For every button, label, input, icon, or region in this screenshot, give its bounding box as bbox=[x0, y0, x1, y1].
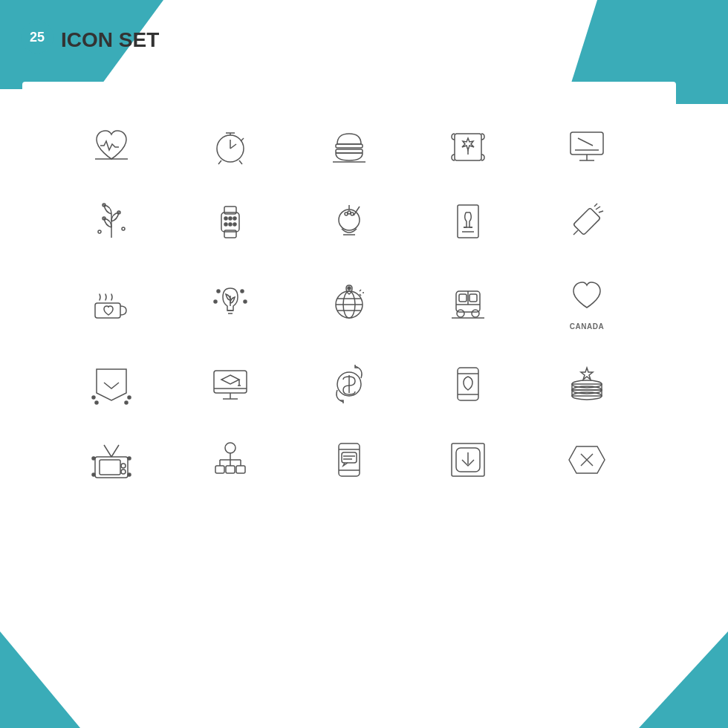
icon-cell-retro-tv bbox=[52, 426, 171, 494]
icon-cell-train bbox=[409, 263, 527, 342]
icon-grid-card: CANADA bbox=[22, 82, 676, 516]
mobile-chat-icon bbox=[327, 438, 371, 482]
icon-cell-flashlight bbox=[527, 187, 646, 256]
svg-rect-116 bbox=[226, 466, 235, 473]
svg-point-57 bbox=[244, 300, 247, 303]
svg-rect-41 bbox=[458, 205, 478, 238]
icon-cell-globe-location bbox=[290, 263, 409, 342]
svg-rect-117 bbox=[236, 466, 245, 473]
love-canada-icon bbox=[565, 275, 609, 319]
svg-rect-115 bbox=[215, 466, 224, 473]
svg-rect-25 bbox=[221, 212, 239, 232]
page-title: ICON SET bbox=[61, 28, 159, 52]
svg-point-39 bbox=[351, 212, 354, 215]
svg-line-64 bbox=[360, 290, 361, 291]
stack-star-icon bbox=[565, 362, 609, 406]
svg-point-80 bbox=[128, 396, 131, 399]
svg-line-3 bbox=[230, 144, 236, 149]
icon-cell-dollar-cycle bbox=[290, 350, 409, 418]
icon-cell-plant-branch bbox=[52, 187, 171, 256]
svg-line-101 bbox=[104, 445, 111, 457]
badge-chevron-icon bbox=[89, 362, 134, 406]
wine-menu-icon bbox=[446, 199, 490, 244]
svg-point-71 bbox=[472, 310, 479, 317]
icon-cell-monitor bbox=[527, 111, 646, 180]
icon-cell-coffee-love bbox=[52, 263, 171, 342]
svg-point-107 bbox=[92, 473, 95, 476]
svg-point-109 bbox=[225, 443, 235, 453]
icon-cell-org-chart bbox=[171, 426, 290, 494]
svg-rect-81 bbox=[214, 371, 247, 393]
icon-cell-download-frame bbox=[409, 426, 527, 494]
svg-line-7 bbox=[218, 160, 221, 164]
icon-cell-mobile-shield bbox=[409, 350, 527, 418]
coffee-love-icon bbox=[89, 281, 134, 325]
svg-point-24 bbox=[122, 227, 125, 230]
delete-x-icon bbox=[565, 438, 609, 482]
canada-label: CANADA bbox=[570, 322, 604, 331]
icon-cell-elearning-monitor bbox=[171, 350, 290, 418]
icon-cell-coconut-drink bbox=[290, 187, 409, 256]
flashlight-icon bbox=[565, 199, 609, 244]
svg-rect-9 bbox=[336, 144, 363, 148]
icon-cell-maple-scroll bbox=[409, 111, 527, 180]
icon-grid: CANADA bbox=[52, 111, 646, 494]
smartwatch-icon bbox=[208, 199, 253, 244]
icon-cell-badge-chevron bbox=[52, 350, 171, 418]
svg-line-8 bbox=[239, 160, 242, 164]
stopwatch-icon bbox=[208, 123, 253, 168]
corner-decoration-bl bbox=[0, 631, 134, 728]
icon-cell-lightbulb-plant bbox=[171, 263, 290, 342]
svg-line-18 bbox=[578, 138, 593, 146]
svg-point-28 bbox=[224, 217, 227, 220]
plant-branch-icon bbox=[89, 199, 134, 244]
svg-point-30 bbox=[233, 217, 236, 220]
svg-point-23 bbox=[98, 230, 101, 233]
svg-line-47 bbox=[594, 204, 597, 207]
svg-point-29 bbox=[229, 217, 232, 220]
svg-line-49 bbox=[596, 207, 600, 209]
globe-location-icon bbox=[327, 281, 371, 325]
icon-cell-love-canada: CANADA bbox=[527, 263, 646, 342]
svg-marker-98 bbox=[581, 368, 593, 380]
svg-rect-100 bbox=[100, 460, 120, 475]
corner-decoration-br bbox=[579, 631, 728, 728]
train-icon bbox=[446, 281, 490, 325]
svg-point-104 bbox=[121, 469, 126, 474]
lightbulb-plant-icon bbox=[208, 281, 253, 325]
icon-cell-stopwatch bbox=[171, 111, 290, 180]
retro-tv-icon bbox=[89, 438, 134, 482]
svg-point-55 bbox=[241, 290, 244, 293]
svg-point-77 bbox=[95, 401, 98, 404]
svg-point-79 bbox=[92, 396, 95, 399]
icon-cell-stack-star bbox=[527, 350, 646, 418]
icon-cell-burger bbox=[290, 111, 409, 180]
svg-point-105 bbox=[92, 457, 95, 460]
icon-cell-mobile-chat bbox=[290, 426, 409, 494]
svg-rect-121 bbox=[342, 452, 357, 463]
svg-rect-14 bbox=[571, 132, 603, 155]
svg-point-70 bbox=[457, 310, 464, 317]
svg-point-31 bbox=[224, 223, 227, 226]
svg-line-102 bbox=[111, 445, 119, 457]
monitor-icon bbox=[565, 123, 609, 168]
svg-rect-90 bbox=[458, 368, 478, 400]
badge-number: 25 bbox=[21, 21, 53, 53]
svg-line-66 bbox=[360, 294, 361, 296]
svg-point-108 bbox=[128, 473, 131, 476]
maple-scroll-icon bbox=[446, 123, 490, 168]
svg-point-34 bbox=[339, 209, 360, 230]
svg-point-56 bbox=[214, 300, 217, 303]
svg-point-63 bbox=[348, 287, 351, 290]
svg-point-78 bbox=[125, 401, 128, 404]
svg-line-6 bbox=[241, 138, 244, 141]
icon-cell-delete-x bbox=[527, 426, 646, 494]
svg-rect-68 bbox=[459, 294, 467, 302]
coconut-drink-icon bbox=[327, 199, 371, 244]
burger-icon bbox=[327, 123, 371, 168]
icon-cell-smartwatch bbox=[171, 187, 290, 256]
icon-cell-wine-menu bbox=[409, 187, 527, 256]
dollar-cycle-icon bbox=[327, 362, 371, 406]
svg-point-33 bbox=[233, 223, 236, 226]
org-chart-icon bbox=[208, 438, 253, 482]
